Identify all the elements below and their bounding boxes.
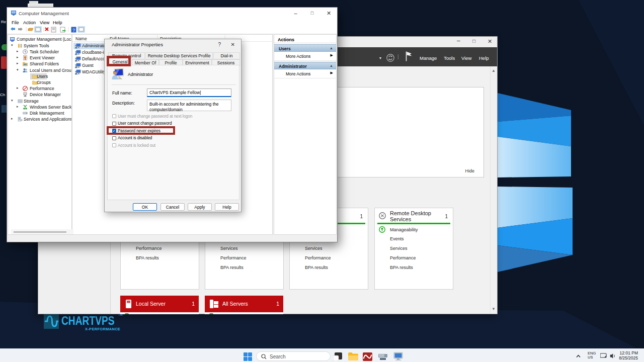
svg-text:?: ? — [72, 28, 75, 33]
